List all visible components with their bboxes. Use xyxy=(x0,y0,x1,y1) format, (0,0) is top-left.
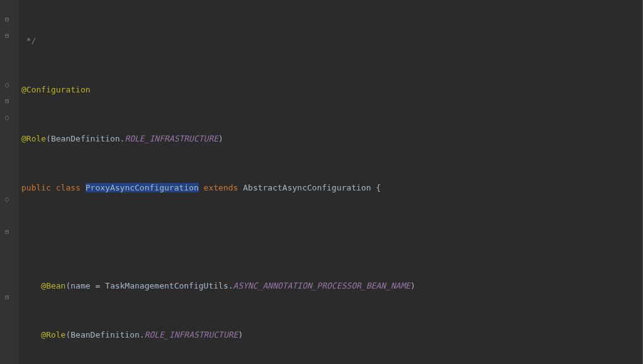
static-field: ASYNC_ANNOTATION_PROCESSOR_BEAN_NAME xyxy=(233,281,411,290)
override-icon[interactable]: ◯ xyxy=(5,81,14,90)
static-field: ROLE_INFRASTRUCTURE xyxy=(145,330,238,339)
punct: ) xyxy=(410,281,415,290)
code-content[interactable]: */ @Configuration @Role(BeanDefinition.R… xyxy=(19,0,642,364)
override-icon[interactable]: ◯ xyxy=(5,196,14,204)
fold-icon[interactable]: ⊟ xyxy=(5,294,14,302)
editor-gutter: ⊟ ⊟ ◯ ⊟ ◯ ◯ ⊟ ⊟ xyxy=(0,0,19,364)
annotation: @Role xyxy=(41,330,65,339)
static-field: ROLE_INFRASTRUCTURE xyxy=(125,134,218,143)
annotation: @Bean xyxy=(41,281,65,290)
keyword: public xyxy=(21,183,56,192)
class-name-selected: ProxyAsyncConfiguration xyxy=(86,183,199,192)
annotation: @Role xyxy=(21,134,46,143)
override-icon[interactable]: ◯ xyxy=(5,114,14,123)
punct: ( xyxy=(46,134,51,143)
fold-icon[interactable]: ⊟ xyxy=(5,97,14,106)
punct: (name = TaskManagementConfigUtils. xyxy=(65,281,233,290)
punct: ) xyxy=(218,134,223,143)
fold-icon[interactable]: ⊟ xyxy=(5,32,14,41)
fold-icon[interactable]: ⊟ xyxy=(5,16,14,25)
punct: (BeanDefinition. xyxy=(65,330,144,339)
superclass: AbstractAsyncConfiguration { xyxy=(243,183,381,192)
keyword: class xyxy=(56,183,86,192)
fold-icon[interactable]: ⊟ xyxy=(5,228,14,237)
ref: BeanDefinition. xyxy=(51,134,125,143)
code-editor[interactable]: ⊟ ⊟ ◯ ⊟ ◯ ◯ ⊟ ⊟ */ @Configuration @Role(… xyxy=(0,0,643,364)
punct: ) xyxy=(238,330,243,339)
annotation: @Configuration xyxy=(21,85,91,94)
keyword: extends xyxy=(199,183,243,192)
comment-text: */ xyxy=(21,36,36,45)
